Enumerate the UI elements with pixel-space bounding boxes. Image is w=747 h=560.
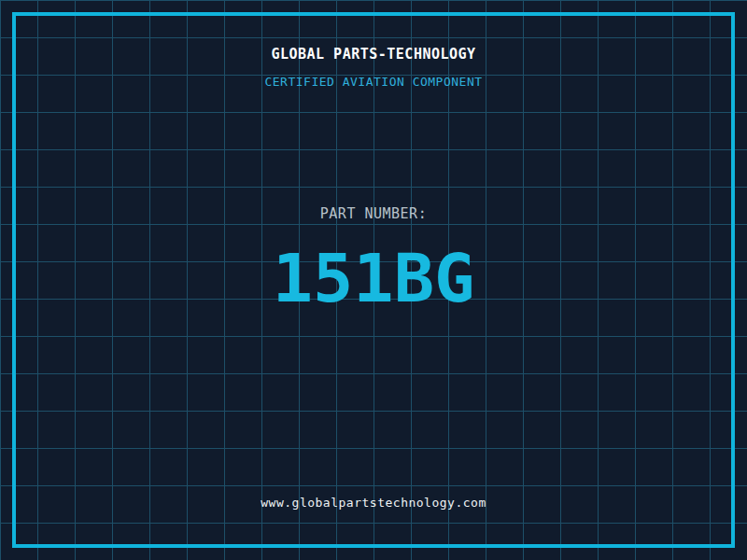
page-subtitle: CERTIFIED AVIATION COMPONENT	[0, 75, 747, 90]
website-url: www.globalpartstechnology.com	[0, 496, 747, 511]
part-number-value: 151BG	[0, 245, 747, 312]
blueprint-page: GLOBAL PARTS-TECHNOLOGY CERTIFIED AVIATI…	[0, 0, 747, 560]
part-number-label: PART NUMBER:	[0, 205, 747, 222]
page-title: GLOBAL PARTS-TECHNOLOGY	[0, 46, 747, 63]
